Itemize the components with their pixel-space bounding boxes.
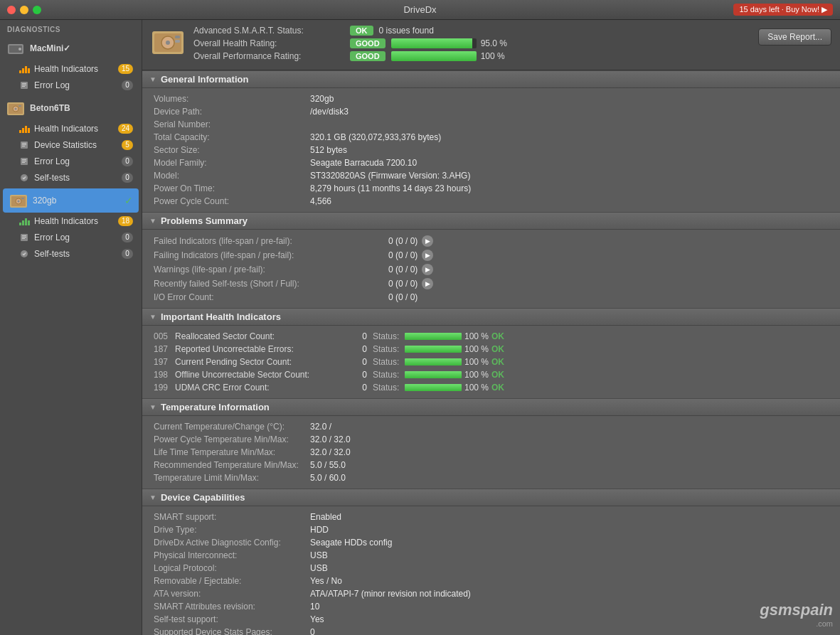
cap-label: DriveDx Active Diagnostic Config: [154, 538, 310, 548]
general-info-row: Total Capacity:320.1 GB (320,072,933,376… [142, 131, 840, 144]
capability-row: ATA version:ATA/ATAPI-7 (minor revision … [142, 587, 840, 600]
maximize-button[interactable] [33, 6, 41, 14]
cap-value: Yes [310, 614, 324, 624]
drive-icon [151, 26, 185, 60]
prob-label: I/O Error Count: [154, 292, 388, 302]
hi-val: 0 [346, 344, 367, 354]
info-label: Serial Number: [154, 119, 310, 129]
beton-error-badge: 0 [122, 156, 133, 166]
general-info-row: Serial Number: [142, 118, 840, 131]
hi-bar [405, 358, 462, 365]
hi-name: Current Pending Sector Count: [175, 357, 346, 367]
info-value: 512 bytes [310, 145, 347, 155]
macmini-health-badge: 15 [118, 64, 133, 74]
general-info-row: Model Family:Seagate Barracuda 7200.10 [142, 156, 840, 169]
cap-value: USB [310, 550, 328, 560]
temperature-section: ▼ Temperature Information Current Temper… [142, 398, 840, 489]
device-capabilities-header: ▼ Device Capabilities [142, 489, 840, 506]
cap-value: USB [310, 563, 328, 573]
health-indicator-row: 199 UDMA CRC Error Count: 0 Status: 100 … [142, 381, 840, 394]
macmini-icon [6, 38, 26, 58]
prob-arrow-button[interactable]: ▶ [422, 235, 433, 247]
save-report-button[interactable]: Save Report... [758, 28, 831, 46]
smart-value: 0 issues found [379, 26, 434, 36]
hi-val: 0 [346, 370, 367, 380]
svg-rect-29 [22, 238, 25, 239]
hi-name: UDMA CRC Error Count: [175, 383, 346, 393]
sidebar-item-320gb[interactable]: 320gb ✓ [3, 188, 139, 213]
device-capabilities-section: ▼ Device Capabilities SMART support:Enab… [142, 489, 840, 635]
close-button[interactable] [7, 6, 16, 14]
macmini-group[interactable]: MacMini ✓ [0, 36, 142, 60]
perf-bar-fill [391, 51, 477, 61]
svg-rect-17 [22, 159, 26, 160]
gb320-bar-icon [18, 215, 30, 227]
health-indicator-row: 005 Reallocated Sector Count: 0 Status: … [142, 330, 840, 343]
gb320-self-label: Self-tests [34, 249, 122, 259]
prob-label: Warnings (life-span / pre-fail): [154, 265, 388, 274]
svg-point-10 [15, 108, 17, 110]
beton-error-label: Error Log [34, 156, 122, 166]
macmini-health-label: Health Indicators [34, 64, 118, 74]
hi-pct: 100 % [464, 357, 491, 367]
health-label: Overall Health Rating: [193, 38, 350, 48]
prob-arrow-button[interactable]: ▶ [422, 264, 433, 275]
info-label: Device Path: [154, 107, 310, 117]
beton-self-badge: 0 [122, 173, 133, 183]
hi-val: 0 [346, 331, 367, 341]
gb320-label: 320gb [33, 196, 122, 206]
sidebar-item-320gb-error-log[interactable]: Error Log 0 [3, 230, 139, 245]
gb320-error-badge: 0 [122, 233, 133, 242]
smart-status-row: Advanced S.M.A.R.T. Status: OK 0 issues … [193, 26, 750, 36]
capability-row: Drive Type:HDD [142, 523, 840, 536]
hi-bar [405, 333, 462, 340]
prob-arrow-button[interactable]: ▶ [422, 250, 433, 261]
sidebar-item-macmini-health-indicators[interactable]: Health Indicators 15 [3, 61, 139, 77]
perf-label: Overall Performance Rating: [193, 51, 350, 61]
sidebar-item-beton-self-tests[interactable]: Self-tests 0 [3, 170, 139, 186]
capability-row: Supported Device Stats Pages:0 [142, 626, 840, 635]
hi-ok: OK [491, 357, 504, 367]
info-value: 8,279 hours (11 months 14 days 23 hours) [310, 183, 471, 193]
hi-ok: OK [491, 383, 504, 393]
svg-point-2 [18, 48, 21, 50]
cap-label: Physical Interconnect: [154, 550, 310, 560]
beton-health-label: Health Indicators [34, 124, 118, 134]
gb320-error-label: Error Log [34, 233, 122, 242]
minimize-button[interactable] [20, 6, 28, 14]
prob-arrow-button[interactable]: ▶ [422, 278, 433, 289]
hi-bar-fill [405, 384, 462, 391]
sidebar-item-macmini-error-log[interactable]: Error Log 0 [3, 78, 139, 93]
sidebar: DIAGNOSTICS MacMini ✓ Health Indicators … [0, 20, 142, 635]
hi-bar [405, 371, 462, 378]
info-label: Model: [154, 171, 310, 181]
window-controls[interactable] [7, 6, 41, 14]
temperature-row: Recommended Temperature Min/Max:5.0 / 55… [142, 459, 840, 471]
hi-status-label: Status: [373, 383, 405, 393]
capability-row: DriveDx Active Diagnostic Config:Seagate… [142, 536, 840, 549]
general-info-body: Volumes:320gbDevice Path:/dev/disk3Seria… [142, 88, 840, 212]
perf-pct: 100 % [481, 51, 505, 61]
beton6tb-group[interactable]: Beton6TB [0, 96, 142, 120]
prob-label: Recently failed Self-tests (Short / Full… [154, 279, 388, 289]
info-label: Sector Size: [154, 145, 310, 155]
buy-now-banner[interactable]: 15 days left · Buy Now! ▶ [733, 4, 833, 16]
sidebar-item-beton-error-log[interactable]: Error Log 0 [3, 154, 139, 169]
svg-point-24 [18, 201, 20, 203]
window-title: DriveDx [403, 4, 436, 15]
sidebar-item-beton-health-indicators[interactable]: Health Indicators 24 [3, 121, 139, 137]
hi-bar-fill [405, 333, 462, 340]
sidebar-item-320gb-health-indicators[interactable]: Health Indicators 18 [3, 213, 139, 229]
problems-header: ▼ Problems Summary [142, 212, 840, 230]
cap-value: 10 [310, 602, 319, 612]
beton-error-icon [18, 156, 30, 167]
prob-label: Failed Indicators (life-span / pre-fail)… [154, 236, 388, 246]
general-info-row: Power Cycle Count:4,566 [142, 195, 840, 208]
sidebar-item-beton-device-statistics[interactable]: Device Statistics 5 [3, 137, 139, 153]
health-badge: GOOD [350, 38, 386, 48]
beton-stats-badge: 5 [122, 140, 133, 150]
hi-status-label: Status: [373, 357, 405, 367]
temperature-title: Temperature Information [161, 402, 270, 412]
prob-value: 0 (0 / 0) [388, 265, 418, 274]
sidebar-item-320gb-self-tests[interactable]: Self-tests 0 [3, 246, 139, 262]
